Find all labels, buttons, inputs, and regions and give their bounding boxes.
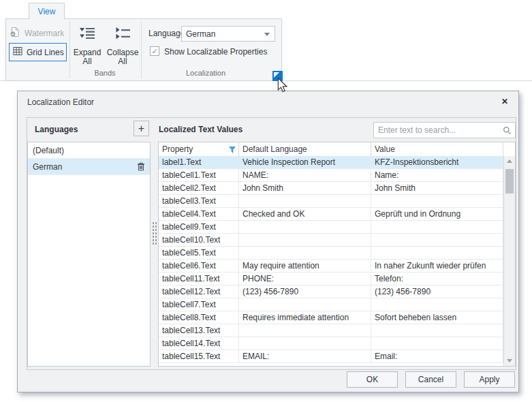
grid-row[interactable]: label1.TextVehicle Inspection ReportKFZ-…	[159, 156, 503, 169]
grid-cell[interactable]	[371, 337, 503, 350]
vertical-scrollbar[interactable]	[503, 156, 515, 366]
apply-button[interactable]: Apply	[464, 371, 515, 388]
grid-cell[interactable]	[371, 247, 503, 259]
grid-cell[interactable]: KFZ-Inspektionsbericht	[371, 156, 503, 168]
column-header-property[interactable]: Property	[159, 142, 239, 156]
grid-cell[interactable]	[239, 298, 371, 311]
filter-icon[interactable]	[229, 146, 236, 155]
language-name: (Default)	[33, 146, 64, 155]
search-box	[373, 122, 516, 138]
scrollbar-down-icon[interactable]	[504, 356, 515, 366]
cancel-button[interactable]: Cancel	[405, 371, 456, 388]
grid-row[interactable]: tableCell6.TextMay require attentionIn n…	[159, 260, 503, 273]
watermark-button[interactable]: Watermark	[10, 27, 64, 40]
grid-cell[interactable]: May require attention	[239, 260, 371, 272]
grid-cell[interactable]	[239, 337, 371, 350]
grid-lines-icon	[13, 46, 22, 58]
grid-cell[interactable]: tableCell4.Text	[159, 208, 239, 220]
search-input[interactable]	[374, 123, 501, 137]
grid-row[interactable]: tableCell2.TextJohn SmithJohn Smith	[159, 182, 503, 195]
scrollbar-up-icon[interactable]	[504, 156, 515, 166]
watermark-icon	[10, 27, 20, 40]
grid-cell[interactable]	[239, 324, 371, 337]
grid-cell[interactable]: tableCell15.Text	[159, 350, 239, 362]
watermark-label: Watermark	[25, 29, 64, 38]
grid-cell[interactable]	[371, 221, 503, 233]
grid-cell[interactable]	[239, 195, 371, 207]
language-list-item[interactable]: (Default)	[28, 142, 150, 159]
grid-row[interactable]: tableCell9.Text	[159, 221, 503, 234]
grid-cell[interactable]: Name:	[371, 169, 503, 181]
expand-all-icon	[80, 26, 95, 44]
grid-cell[interactable]: In naher Zukunft wieder prüfen	[371, 260, 503, 272]
grid-cell[interactable]: tableCell14.Text	[159, 337, 239, 350]
grid-cell[interactable]: Email:	[371, 350, 503, 362]
grid-row[interactable]: tableCell5.Text	[159, 247, 503, 260]
panel-splitter-grip[interactable]	[152, 221, 157, 246]
grid-cell[interactable]: tableCell5.Text	[159, 247, 239, 259]
grid-cell[interactable]: tableCell2.Text	[159, 182, 239, 194]
grid-row[interactable]: tableCell3.Text	[159, 195, 503, 208]
grid-cell[interactable]	[239, 234, 371, 246]
grid-row[interactable]: tableCell4.TextChecked and OKGeprüft und…	[159, 208, 503, 221]
grid-cell[interactable]: tableCell9.Text	[159, 221, 239, 233]
grid-cell[interactable]: John Smith	[371, 182, 503, 194]
dialog-content-panel: Languages + (Default)German Localized Te…	[27, 117, 516, 370]
scrollbar-thumb[interactable]	[505, 169, 514, 194]
grid-row[interactable]: tableCell15.TextEMAIL:Email:	[159, 350, 503, 363]
column-header-value[interactable]: Value	[371, 142, 503, 156]
search-icon[interactable]	[503, 126, 512, 137]
show-localizable-properties-label: Show Localizable Properties	[164, 47, 267, 57]
grid-cell[interactable]: tableCell10.Text	[159, 234, 239, 246]
grid-row[interactable]: tableCell11.TextPHONE:Telefon:	[159, 273, 503, 285]
ok-button[interactable]: OK	[347, 371, 398, 388]
add-language-button[interactable]: +	[134, 121, 149, 136]
grid-row[interactable]: tableCell7.Text	[159, 298, 503, 311]
grid-cell[interactable]	[239, 221, 371, 233]
close-icon[interactable]: ✕	[499, 95, 511, 108]
grid-cell[interactable]: NAME:	[239, 169, 371, 181]
grid-cell[interactable]: tableCell1.Text	[159, 169, 239, 181]
grid-row[interactable]: tableCell12.Text(123) 456-7890(123) 456-…	[159, 285, 503, 298]
grid-lines-button[interactable]: Grid Lines	[9, 43, 67, 61]
language-dropdown-value: German	[186, 29, 215, 39]
grid-cell[interactable]: tableCell13.Text	[159, 324, 239, 337]
grid-cell[interactable]: PHONE:	[239, 273, 371, 285]
grid-row[interactable]: tableCell13.Text	[159, 324, 503, 337]
grid-cell[interactable]: tableCell3.Text	[159, 195, 239, 207]
tab-view[interactable]: View	[29, 3, 65, 19]
grid-cell[interactable]: Telefon:	[371, 273, 503, 285]
grid-cell[interactable]: Vehicle Inspection Report	[239, 156, 371, 168]
grid-cell[interactable]	[371, 234, 503, 246]
grid-cell[interactable]	[371, 324, 503, 337]
grid-cell[interactable]: tableCell7.Text	[159, 298, 239, 311]
grid-row[interactable]: tableCell8.TextRequires immediate attent…	[159, 311, 503, 324]
grid-cell[interactable]: tableCell8.Text	[159, 311, 239, 324]
grid-cell[interactable]: Geprüft und in Ordnung	[371, 208, 503, 220]
grid-cell[interactable]: Requires immediate attention	[239, 311, 371, 324]
show-localizable-properties-checkbox[interactable]: ✓	[150, 46, 159, 56]
application-window: View Watermark Grid Lines	[0, 0, 532, 402]
grid-cell[interactable]	[239, 247, 371, 259]
column-header-default-language[interactable]: Default Language	[239, 142, 371, 156]
grid-rows-container: label1.TextVehicle Inspection ReportKFZ-…	[159, 156, 503, 366]
grid-row[interactable]: tableCell10.Text	[159, 234, 503, 247]
grid-cell[interactable]: tableCell11.Text	[159, 273, 239, 285]
grid-cell[interactable]: tableCell12.Text	[159, 285, 239, 298]
grid-cell[interactable]	[371, 195, 503, 207]
language-list-item[interactable]: German	[28, 159, 150, 175]
grid-cell[interactable]: Sofort beheben lassen	[371, 311, 503, 324]
delete-language-icon[interactable]	[137, 162, 145, 171]
grid-cell[interactable]: (123) 456-7890	[239, 285, 371, 298]
grid-cell[interactable]	[371, 298, 503, 311]
grid-cell[interactable]: label1.Text	[159, 156, 239, 168]
language-dropdown[interactable]: German	[181, 26, 275, 42]
grid-cell[interactable]: tableCell6.Text	[159, 260, 239, 272]
grid-cell[interactable]: John Smith	[239, 182, 371, 194]
grid-row[interactable]: tableCell14.Text	[159, 337, 503, 350]
grid-cell[interactable]: (123) 456-7890	[371, 285, 503, 298]
grid-cell[interactable]: Checked and OK	[239, 208, 371, 220]
grid-cell[interactable]: EMAIL:	[239, 350, 371, 362]
grid-row[interactable]: tableCell1.TextNAME:Name:	[159, 169, 503, 182]
collapse-all-icon	[115, 26, 131, 44]
